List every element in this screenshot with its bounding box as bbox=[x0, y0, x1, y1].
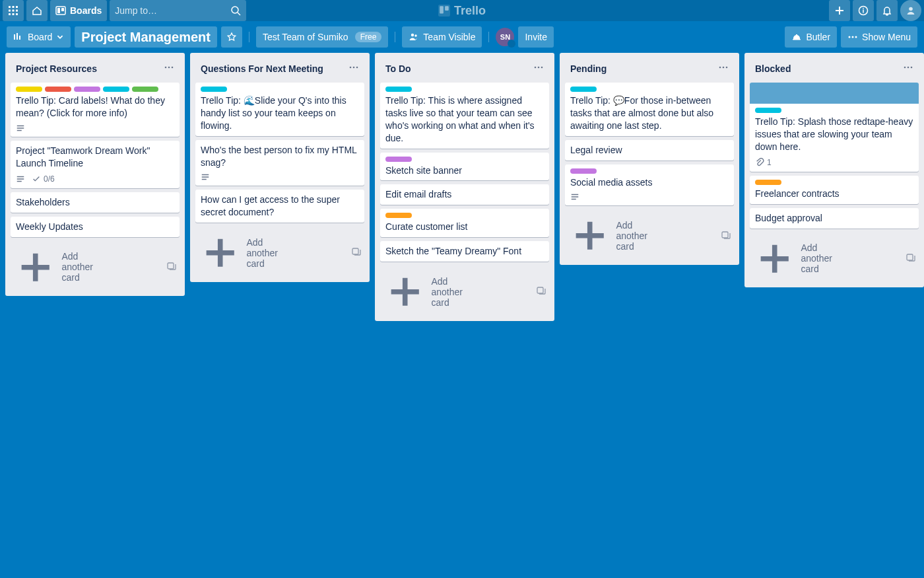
boards-button[interactable]: Boards bbox=[50, 0, 107, 21]
butler-icon bbox=[791, 32, 802, 42]
list-menu-button[interactable] bbox=[715, 59, 731, 77]
add-card-button[interactable]: Add another card bbox=[11, 241, 180, 291]
card-title: Project "Teamwork Dream Work" Launch Tim… bbox=[16, 145, 174, 170]
card[interactable]: Freelancer contracts bbox=[750, 176, 919, 204]
card[interactable]: Sketch site banner bbox=[380, 153, 549, 181]
home-icon bbox=[32, 5, 42, 16]
svg-rect-11 bbox=[61, 8, 64, 11]
label-red[interactable] bbox=[45, 87, 71, 92]
add-card-label: Add another card bbox=[431, 276, 468, 308]
list-title[interactable]: Questions For Next Meeting bbox=[201, 63, 323, 74]
card-badges bbox=[570, 192, 729, 201]
card-template-icon[interactable] bbox=[351, 246, 362, 259]
invite-button[interactable]: Invite bbox=[518, 26, 553, 48]
search-input[interactable] bbox=[115, 5, 230, 16]
card-badges bbox=[16, 124, 174, 133]
label-sky[interactable] bbox=[755, 108, 781, 113]
card[interactable]: Trello Tip: This is where assigned tasks… bbox=[380, 83, 549, 149]
card[interactable]: Weekly Updates bbox=[11, 217, 180, 237]
card[interactable]: Trello Tip: 🌊Slide your Q's into this ha… bbox=[195, 83, 364, 136]
label-orange[interactable] bbox=[755, 180, 781, 185]
people-icon bbox=[409, 32, 419, 42]
card[interactable]: Project "Teamwork Dream Work" Launch Tim… bbox=[11, 141, 180, 188]
card-labels bbox=[385, 213, 544, 218]
card-title: Trello Tip: This is where assigned tasks… bbox=[385, 94, 544, 145]
label-sky[interactable] bbox=[385, 87, 412, 92]
list-menu-button[interactable] bbox=[900, 59, 916, 77]
svg-point-12 bbox=[232, 7, 238, 13]
team-button[interactable]: Test Team of Sumiko Free bbox=[256, 26, 388, 48]
card-template-icon[interactable] bbox=[536, 285, 546, 298]
add-card-button[interactable]: Add another card bbox=[380, 266, 549, 315]
logo-text: Trello bbox=[454, 4, 486, 18]
visibility-button[interactable]: Team Visible bbox=[402, 26, 482, 48]
apps-button[interactable] bbox=[3, 0, 24, 21]
svg-rect-3 bbox=[9, 10, 11, 12]
svg-rect-18 bbox=[14, 34, 15, 40]
view-switcher[interactable]: Board bbox=[7, 26, 71, 48]
label-sky[interactable] bbox=[103, 87, 129, 92]
bars-icon bbox=[13, 32, 24, 42]
search-icon bbox=[230, 5, 241, 16]
card[interactable]: Curate customer list bbox=[380, 209, 549, 237]
list-title[interactable]: To Do bbox=[385, 63, 411, 74]
label-purple[interactable] bbox=[570, 168, 597, 174]
add-card-button[interactable]: Add another card bbox=[195, 227, 364, 276]
butler-button[interactable]: Butler bbox=[785, 26, 837, 48]
card-template-icon[interactable] bbox=[166, 261, 177, 273]
svg-rect-46 bbox=[907, 254, 913, 260]
card[interactable]: Legal review bbox=[565, 140, 734, 161]
list-title[interactable]: Pending bbox=[570, 63, 607, 74]
label-purple[interactable] bbox=[74, 87, 100, 92]
card[interactable]: Trello Tip: Splash those redtape-heavy i… bbox=[750, 83, 919, 172]
list-title[interactable]: Project Resources bbox=[16, 63, 97, 74]
trello-logo[interactable]: Trello bbox=[438, 4, 486, 18]
list-menu-button[interactable] bbox=[531, 59, 546, 77]
description-icon bbox=[570, 192, 579, 201]
svg-point-37 bbox=[541, 67, 543, 69]
card[interactable]: Stakeholders bbox=[11, 192, 180, 213]
team-badge: Free bbox=[355, 32, 382, 42]
label-yellow[interactable] bbox=[16, 87, 42, 92]
info-icon bbox=[858, 5, 869, 16]
label-purple[interactable] bbox=[385, 157, 412, 162]
card-labels bbox=[385, 157, 544, 162]
star-button[interactable] bbox=[221, 26, 242, 48]
info-button[interactable] bbox=[853, 0, 874, 21]
create-button[interactable] bbox=[829, 0, 850, 21]
cards-container: Trello Tip: This is where assigned tasks… bbox=[380, 83, 549, 262]
list-title[interactable]: Blocked bbox=[755, 63, 791, 74]
card[interactable]: Who's the best person to fix my HTML sna… bbox=[195, 140, 364, 186]
notifications-button[interactable] bbox=[876, 0, 898, 21]
card[interactable]: Trello Tip: Card labels! What do they me… bbox=[11, 83, 180, 137]
card[interactable]: Budget approval bbox=[750, 208, 919, 229]
svg-point-17 bbox=[909, 7, 913, 11]
label-sky[interactable] bbox=[201, 87, 227, 92]
trello-logo-icon bbox=[438, 5, 450, 17]
card-title: Freelancer contracts bbox=[755, 188, 913, 200]
list-menu-button[interactable] bbox=[161, 59, 177, 77]
label-green[interactable] bbox=[132, 87, 158, 92]
home-button[interactable] bbox=[26, 0, 48, 21]
card-template-icon[interactable] bbox=[721, 230, 731, 242]
card[interactable]: Sketch the "Teamy Dreamy" Font bbox=[380, 241, 549, 262]
search-box[interactable] bbox=[110, 0, 246, 21]
card[interactable]: Social media assets bbox=[565, 164, 734, 206]
user-avatar[interactable] bbox=[900, 0, 921, 21]
card[interactable]: Edit email drafts bbox=[380, 184, 549, 205]
separator bbox=[488, 32, 489, 42]
show-menu-button[interactable]: Show Menu bbox=[841, 26, 917, 48]
card[interactable]: Trello Tip: 💬For those in-between tasks … bbox=[565, 83, 734, 136]
add-card-button[interactable]: Add another card bbox=[750, 233, 919, 282]
member-avatar[interactable]: SN bbox=[496, 28, 514, 46]
card-badges bbox=[201, 172, 359, 182]
card[interactable]: How can I get access to the super secret… bbox=[195, 190, 364, 223]
list-menu-button[interactable] bbox=[346, 59, 362, 77]
add-card-button[interactable]: Add another card bbox=[565, 209, 734, 259]
board-title[interactable]: Project Management bbox=[75, 26, 217, 48]
board-canvas[interactable]: Project ResourcesTrello Tip: Card labels… bbox=[0, 53, 924, 578]
svg-point-25 bbox=[852, 36, 854, 38]
label-sky[interactable] bbox=[570, 87, 597, 92]
label-orange[interactable] bbox=[385, 213, 412, 218]
card-template-icon[interactable] bbox=[906, 252, 916, 265]
